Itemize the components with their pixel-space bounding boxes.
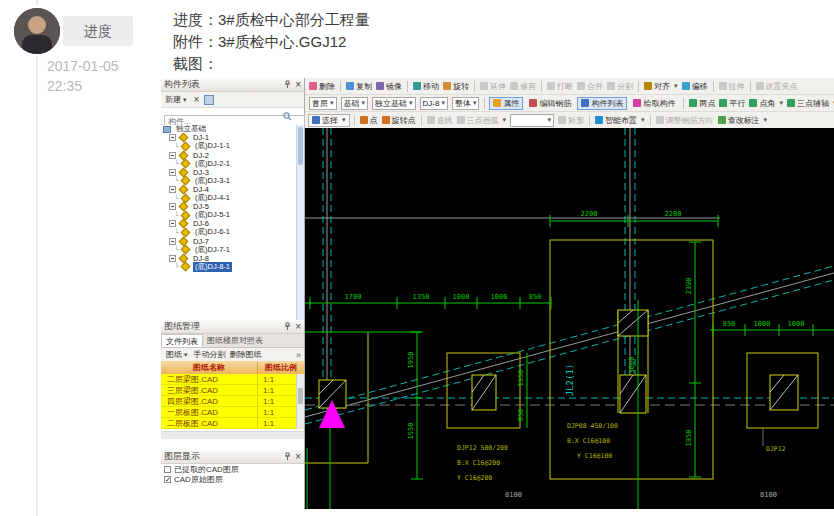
tree-expander-icon[interactable] bbox=[169, 220, 176, 227]
tree-node-item[interactable]: └(底)DJ-7-1 bbox=[161, 245, 296, 254]
align-tool[interactable]: 对齐▾ bbox=[644, 81, 678, 92]
mirror-tool[interactable]: 镜像 bbox=[376, 81, 402, 92]
close-icon[interactable]: × bbox=[295, 322, 301, 332]
drawing-menu-button[interactable]: 图纸▾ bbox=[164, 349, 190, 361]
tree-expander-icon[interactable] bbox=[169, 238, 176, 245]
trim-icon bbox=[510, 82, 518, 90]
tree-expander-icon[interactable] bbox=[169, 203, 176, 210]
view-mode-select[interactable]: 整体▾ bbox=[452, 97, 480, 110]
tree-node-item[interactable]: └(底)DJ-6-1 bbox=[161, 228, 296, 237]
rotate-point-tool[interactable]: 旋转点 bbox=[382, 115, 416, 126]
set-grips-tool[interactable]: 设置夹点 bbox=[756, 81, 798, 92]
tree-node-item[interactable]: └(底)DJ-4-1 bbox=[161, 194, 296, 203]
edit-rebar-button[interactable]: 编辑钢筋 bbox=[525, 97, 575, 110]
cad-drawing-area[interactable]: 2200 2200 1700 1350 1000 1000 850 850 10… bbox=[305, 128, 834, 509]
extend-tool[interactable]: 延伸 bbox=[480, 81, 506, 92]
dim-label: 2200 bbox=[665, 210, 682, 218]
point-tool[interactable]: 点 bbox=[360, 115, 378, 126]
post-progress-line: 进度：3#质检中心部分工程量 bbox=[173, 11, 370, 30]
tree-node-item-selected[interactable]: └(底)DJ-8-1 bbox=[161, 263, 296, 272]
tree-scrollbar-thumb[interactable] bbox=[298, 127, 303, 165]
checkbox-checked-icon[interactable] bbox=[164, 476, 171, 483]
tab-floor-mapping[interactable]: 图纸楼层对照表 bbox=[203, 334, 267, 347]
tree-scrollbar[interactable] bbox=[296, 125, 304, 320]
avatar[interactable] bbox=[12, 6, 62, 56]
table-scrollbar-thumb[interactable] bbox=[298, 388, 303, 404]
delete-drawing-button[interactable]: 删除图纸 bbox=[230, 349, 262, 360]
table-row[interactable]: 二层梁图.CAD1:1 bbox=[161, 374, 296, 385]
delete-tool[interactable]: 删除 bbox=[309, 81, 335, 92]
select-tool[interactable]: 选择▾ bbox=[308, 114, 350, 127]
tree-expander-icon[interactable] bbox=[169, 186, 176, 193]
rectangle-tool[interactable]: 矩形 bbox=[558, 115, 584, 126]
stretch-tool[interactable]: 拉伸 bbox=[719, 81, 745, 92]
three-point-arc-tool[interactable]: 三点画弧▾ bbox=[457, 115, 507, 126]
line-tool[interactable]: 直线 bbox=[427, 115, 453, 126]
tree-node-item[interactable]: └(底)DJ-1-1 bbox=[161, 142, 296, 151]
pin-icon[interactable] bbox=[284, 452, 291, 461]
table-row[interactable]: 一层板图.CAD1:1 bbox=[161, 407, 296, 418]
break-tool[interactable]: 打断 bbox=[547, 81, 573, 92]
tree-expander-icon[interactable] bbox=[169, 152, 176, 159]
tree-expander-icon[interactable] bbox=[169, 134, 176, 141]
overflow-icon[interactable]: » bbox=[296, 350, 301, 360]
tree-expander-icon[interactable] bbox=[169, 169, 176, 176]
smart-layout-tool[interactable]: 智能布置▾ bbox=[595, 115, 645, 126]
copy-tool[interactable]: 复制 bbox=[346, 81, 372, 92]
table-hscrollbar[interactable] bbox=[161, 431, 304, 439]
annotation-text: B:X C16@100 bbox=[567, 437, 610, 445]
copy-component-icon[interactable] bbox=[204, 95, 214, 105]
tree-node-item[interactable]: └(底)DJ-3-1 bbox=[161, 177, 296, 186]
component-type-select[interactable]: 独立基础▾ bbox=[372, 97, 416, 110]
split-tool[interactable]: 分割 bbox=[607, 81, 633, 92]
new-component-button[interactable]: 新建▾ bbox=[163, 94, 189, 106]
table-row[interactable]: 三层梁图.CAD1:1 bbox=[161, 385, 296, 396]
offset-tool[interactable]: 偏移 bbox=[682, 81, 708, 92]
parallel-axis-tool[interactable]: 平行 bbox=[719, 98, 745, 109]
cad-drawing: 2200 2200 1700 1350 1000 1000 850 850 10… bbox=[305, 128, 834, 509]
adjust-rebar-direction-tool[interactable]: 调整钢筋方向 bbox=[656, 115, 714, 126]
layer-option-extracted[interactable]: 已提取的CAD图层 bbox=[161, 464, 304, 474]
move-tool[interactable]: 移动 bbox=[413, 81, 439, 92]
chevron-down-icon: ▾ bbox=[674, 82, 678, 90]
floor-select[interactable]: 首层▾ bbox=[309, 97, 337, 110]
tree-node-root[interactable]: 独立基础 bbox=[161, 125, 296, 134]
delete-component-button[interactable]: × bbox=[192, 94, 202, 106]
tree-node-item[interactable]: └(底)DJ-5-1 bbox=[161, 211, 296, 220]
category-select[interactable]: 基础▾ bbox=[341, 97, 369, 110]
rotate-tool[interactable]: 旋转 bbox=[443, 81, 469, 92]
checkbox-unchecked-icon[interactable] bbox=[164, 466, 171, 473]
table-scrollbar[interactable] bbox=[296, 374, 304, 429]
trim-tool[interactable]: 修剪 bbox=[510, 81, 536, 92]
component-panel-header: 构件列表 × bbox=[161, 78, 304, 92]
chevron-down-icon: ▾ bbox=[441, 99, 445, 107]
three-point-aux-axis-tool[interactable]: 三点辅轴▾ bbox=[787, 98, 834, 109]
chevron-down-icon: ▾ bbox=[330, 99, 334, 107]
drawing-name: 一层板图.CAD bbox=[161, 407, 258, 418]
tree-node-item[interactable]: └(底)DJ-2-1 bbox=[161, 159, 296, 168]
close-icon[interactable]: × bbox=[295, 80, 301, 90]
table-row[interactable]: 四层梁图.CAD1:1 bbox=[161, 396, 296, 407]
pick-component-button[interactable]: 绘取构件 bbox=[629, 97, 679, 110]
tree-node-label: (底)DJ-8-1 bbox=[193, 262, 232, 272]
close-icon[interactable]: × bbox=[295, 452, 301, 462]
dim-label: 1000 bbox=[453, 293, 470, 301]
tab-file-list[interactable]: 文件列表 bbox=[161, 334, 203, 347]
merge-tool[interactable]: 合并 bbox=[577, 81, 603, 92]
pin-icon[interactable] bbox=[284, 322, 291, 331]
branch-icon: └ bbox=[174, 177, 179, 184]
component-list-button[interactable]: 构件列表 bbox=[577, 97, 627, 110]
tree-expander-icon[interactable] bbox=[169, 255, 176, 262]
attributes-button[interactable]: 属性 bbox=[489, 97, 523, 110]
layer-option-original[interactable]: CAD原始图层 bbox=[161, 474, 304, 484]
table-row[interactable]: 二层板图.CAD1:1 bbox=[161, 418, 296, 429]
annotation-text: DJP12 500/200 bbox=[457, 444, 508, 452]
edit-annotation-tool[interactable]: 查改标注▾ bbox=[718, 115, 768, 126]
pin-icon[interactable] bbox=[284, 80, 291, 89]
manual-split-button[interactable]: 手动分割 bbox=[194, 349, 226, 360]
two-point-axis-tool[interactable]: 两点 bbox=[689, 98, 715, 109]
arc-value-combo[interactable]: ▾ bbox=[510, 114, 554, 127]
point-angle-axis-tool[interactable]: 点角▾ bbox=[749, 98, 783, 109]
drawing-name: 二层板图.CAD bbox=[161, 418, 258, 429]
component-select[interactable]: DJ-8▾ bbox=[420, 97, 448, 110]
